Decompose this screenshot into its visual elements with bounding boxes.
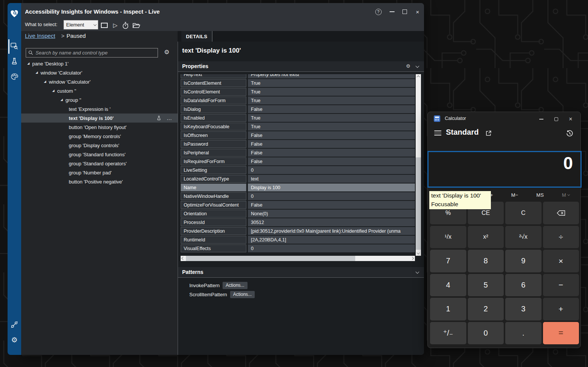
help-button[interactable]: ? <box>373 8 384 16</box>
calc-minimize-button[interactable] <box>534 115 549 123</box>
tree-settings-gear-icon[interactable]: ⚙ <box>164 48 169 56</box>
patterns-section-header[interactable]: Patterns <box>178 267 424 278</box>
calc-button-.[interactable]: . <box>505 322 542 345</box>
properties-section-header[interactable]: Properties ⚙ <box>178 61 424 72</box>
timer-icon[interactable] <box>121 21 130 30</box>
calc-button-6[interactable]: 6 <box>505 274 542 297</box>
property-row[interactable]: HelpTextProperty does not exist <box>181 74 415 78</box>
close-button[interactable]: × <box>412 8 423 16</box>
tree-item[interactable]: ◢window 'Calculator' <box>21 68 178 77</box>
collapse-chevron-icon[interactable] <box>416 270 419 274</box>
property-row[interactable]: VisualEffects0 <box>181 244 415 252</box>
expander-icon[interactable]: ◢ <box>27 62 29 65</box>
scroll-up-icon[interactable] <box>417 76 420 79</box>
calc-button-−[interactable]: − <box>543 274 579 297</box>
open-folder-icon[interactable] <box>132 21 141 30</box>
tree-item[interactable]: group 'Number pad' <box>21 168 178 177</box>
pattern-actions-button[interactable]: Actions... <box>223 282 247 289</box>
calc-button-4[interactable]: 4 <box>430 274 466 297</box>
scroll-left-icon[interactable] <box>182 257 185 260</box>
calc-button-7[interactable]: 7 <box>430 250 466 272</box>
property-row[interactable]: OrientationNone(0) <box>181 210 415 218</box>
property-row[interactable]: IsControlElementTrue <box>181 88 415 96</box>
property-row[interactable]: ProviderDescription[pid:30512,providerId… <box>181 227 415 235</box>
calc-button-8[interactable]: 8 <box>468 250 504 272</box>
calc-button-¹/x[interactable]: ¹/x <box>430 226 466 249</box>
tree-item[interactable]: ◢group '' <box>21 95 178 104</box>
calc-button-9[interactable]: 9 <box>505 250 542 272</box>
property-row[interactable]: IsOffscreenFalse <box>181 131 415 139</box>
expander-icon[interactable]: ◢ <box>44 80 46 83</box>
properties-vertical-scrollbar[interactable] <box>416 74 421 256</box>
property-row[interactable]: LiveSetting0 <box>181 166 415 174</box>
scrollbar-thumb[interactable] <box>186 256 355 261</box>
expander-icon[interactable]: ◢ <box>36 71 38 74</box>
property-row[interactable]: OptimizeForVisualContentFalse <box>181 201 415 209</box>
settings-gear-icon[interactable]: ⚙ <box>8 334 21 345</box>
menu-icon[interactable] <box>434 131 441 135</box>
tree-item[interactable]: button 'Positive negative' <box>21 177 178 186</box>
property-row[interactable]: NameDisplay is 100 <box>181 184 415 191</box>
property-row[interactable]: NativeWindowHandle0 <box>181 192 415 200</box>
memory-button[interactable]: M <box>562 192 569 198</box>
calc-close-button[interactable]: × <box>563 115 578 123</box>
run-icon[interactable]: ▷ <box>111 21 120 30</box>
scrollbar-thumb[interactable] <box>416 157 421 250</box>
calc-button-²√x[interactable]: ²√x <box>505 226 542 249</box>
calc-button-C[interactable]: C <box>505 202 542 224</box>
properties-settings-gear-icon[interactable]: ⚙ <box>406 63 410 69</box>
live-inspect-icon[interactable] <box>8 41 21 51</box>
calc-button-÷[interactable]: ÷ <box>543 226 579 249</box>
tree-item[interactable]: text 'Expression is ' <box>21 104 178 114</box>
calculator-display[interactable]: 0 <box>427 151 582 188</box>
calc-button-x²[interactable]: x² <box>468 226 504 249</box>
scroll-right-icon[interactable] <box>411 257 414 260</box>
backspace-button[interactable] <box>543 202 579 224</box>
tree-item[interactable]: group 'Standard functions' <box>21 150 178 159</box>
expander-icon[interactable]: ◢ <box>60 98 63 101</box>
property-row[interactable]: IsRequiredForFormFalse <box>181 157 415 165</box>
memory-button[interactable]: M− <box>511 192 518 198</box>
live-inspect-link[interactable]: Live Inspect <box>25 33 55 39</box>
property-row[interactable]: IsPasswordFalse <box>181 140 415 148</box>
history-icon[interactable] <box>566 129 574 139</box>
maximize-button[interactable] <box>399 8 410 16</box>
tab-details[interactable]: DETAILS <box>181 31 212 42</box>
calc-button-+[interactable]: + <box>543 298 579 320</box>
test-beaker-icon[interactable] <box>8 56 21 67</box>
more-options-icon[interactable]: … <box>167 115 172 121</box>
property-row[interactable]: LocalizedControlTypetext <box>181 175 415 183</box>
tree-item[interactable]: ◢custom '' <box>21 86 178 95</box>
property-row[interactable]: IsPeripheralFalse <box>181 149 415 157</box>
memory-button[interactable]: MS <box>536 192 544 198</box>
search-input[interactable] <box>36 50 155 56</box>
calc-button-⁺/₋[interactable]: ⁺/₋ <box>430 322 466 345</box>
tree-item[interactable]: group 'Display controls' <box>21 141 178 150</box>
expander-icon[interactable]: ◢ <box>52 89 54 92</box>
collapse-chevron-icon[interactable] <box>416 64 419 68</box>
tree-item[interactable]: ◢window 'Calculator' <box>21 77 178 86</box>
keep-on-top-icon[interactable] <box>485 130 492 138</box>
tree-item[interactable]: ◢pane 'Desktop 1' <box>21 59 178 68</box>
properties-horizontal-scrollbar[interactable] <box>181 256 415 261</box>
search-box[interactable] <box>26 48 158 58</box>
tree-item[interactable]: group 'Memory controls' <box>21 132 178 141</box>
calc-button-5[interactable]: 5 <box>468 274 504 297</box>
color-contrast-icon[interactable] <box>8 71 21 82</box>
calc-button-1[interactable]: 1 <box>430 298 466 320</box>
calc-button-0[interactable]: 0 <box>468 322 504 345</box>
calc-button-×[interactable]: × <box>543 250 579 272</box>
selection-outline-icon[interactable] <box>100 21 109 30</box>
property-row[interactable]: IsContentElementTrue <box>181 79 415 87</box>
calc-button-=[interactable]: = <box>543 322 579 345</box>
test-beaker-icon[interactable] <box>156 115 161 121</box>
property-row[interactable]: IsDataValidForFormTrue <box>181 96 415 104</box>
scroll-down-icon[interactable] <box>417 251 420 254</box>
calc-button-2[interactable]: 2 <box>468 298 504 320</box>
calc-button-3[interactable]: 3 <box>505 298 542 320</box>
tree-item[interactable]: text 'Display is 100'… <box>21 114 178 123</box>
minimize-button[interactable] <box>386 8 398 16</box>
calc-maximize-button[interactable] <box>549 115 564 123</box>
tree-item[interactable]: group 'Standard operators' <box>21 159 178 168</box>
property-row[interactable]: IsKeyboardFocusableTrue <box>181 123 415 131</box>
